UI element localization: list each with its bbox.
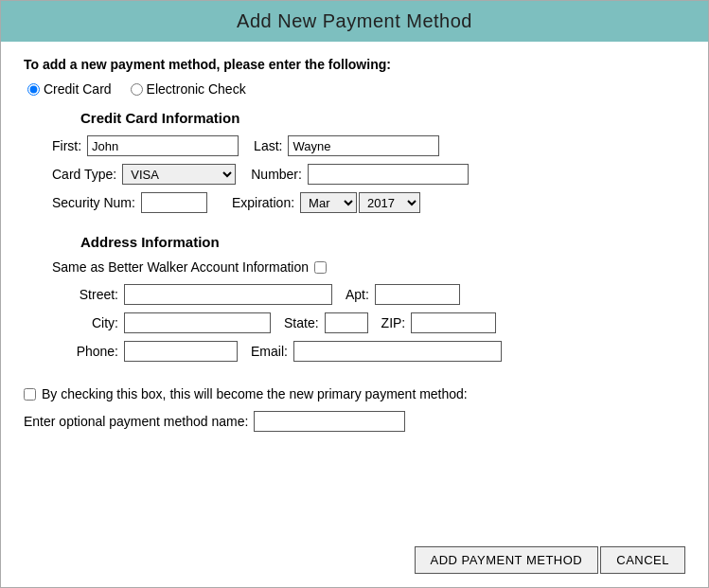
same-as-checkbox[interactable]: [314, 261, 327, 274]
card-type-select[interactable]: VISA Mastercard Discover Amex: [122, 164, 236, 185]
title-text: Add New Payment Method: [237, 10, 472, 31]
street-row: Street: Apt:: [52, 284, 685, 305]
apt-input[interactable]: [375, 284, 460, 305]
apt-label: Apt:: [346, 287, 369, 302]
electronic-check-option[interactable]: Electronic Check: [131, 81, 246, 97]
card-type-label: Card Type:: [52, 167, 116, 182]
first-input[interactable]: [87, 135, 239, 156]
cancel-button[interactable]: CANCEL: [600, 546, 685, 574]
phone-label: Phone:: [52, 344, 118, 359]
name-row: First: Last:: [52, 135, 685, 156]
state-label: State:: [284, 315, 319, 330]
optional-name-row: Enter optional payment method name:: [24, 411, 685, 432]
address-section-title: Address Information: [80, 234, 685, 250]
credit-card-label: Credit Card: [44, 81, 112, 97]
phone-email-row: Phone: Email:: [52, 341, 685, 362]
credit-card-radio[interactable]: [27, 83, 40, 96]
same-as-label: Same as Better Walker Account Informatio…: [52, 259, 309, 275]
primary-payment-row: By checking this box, this will become t…: [24, 386, 685, 401]
intro-text: To add a new payment method, please ente…: [24, 57, 685, 72]
card-number-input[interactable]: [308, 164, 469, 185]
optional-name-input[interactable]: [254, 411, 405, 432]
state-input[interactable]: [325, 312, 368, 333]
footer: ADD PAYMENT METHOD CANCEL: [1, 537, 708, 587]
primary-payment-label: By checking this box, this will become t…: [42, 386, 468, 401]
expiration-year-select[interactable]: 2015201620172018 2019202020212022 202320…: [359, 192, 420, 213]
email-label: Email:: [251, 344, 288, 359]
optional-name-label: Enter optional payment method name:: [24, 414, 248, 429]
payment-type-row: Credit Card Electronic Check: [27, 81, 685, 97]
primary-payment-checkbox[interactable]: [24, 388, 36, 401]
last-label: Last:: [254, 138, 282, 153]
credit-card-section: Credit Card Information First: Last: Car…: [52, 110, 685, 221]
city-input[interactable]: [124, 312, 271, 333]
city-state-zip-row: City: State: ZIP:: [52, 312, 685, 333]
add-payment-button[interactable]: ADD PAYMENT METHOD: [415, 546, 599, 574]
expiration-group: JanFebMarApr MayJunJulAug SepOctNovDec 2…: [300, 192, 420, 213]
same-as-row: Same as Better Walker Account Informatio…: [52, 259, 685, 275]
credit-card-section-title: Credit Card Information: [80, 110, 685, 126]
street-input[interactable]: [124, 284, 332, 305]
street-label: Street:: [52, 287, 118, 302]
phone-input[interactable]: [124, 341, 238, 362]
expiration-label: Expiration:: [232, 195, 294, 210]
email-input[interactable]: [293, 341, 502, 362]
electronic-check-label: Electronic Check: [147, 81, 246, 97]
zip-label: ZIP:: [381, 315, 406, 330]
first-label: First:: [52, 138, 81, 153]
security-expiration-row: Security Num: Expiration: JanFebMarApr M…: [52, 192, 685, 213]
last-input[interactable]: [288, 135, 439, 156]
number-label: Number:: [251, 167, 302, 182]
city-label: City:: [52, 315, 118, 330]
security-num-label: Security Num:: [52, 195, 135, 210]
security-num-input[interactable]: [141, 192, 207, 213]
address-section: Address Information Same as Better Walke…: [52, 234, 685, 369]
credit-card-option[interactable]: Credit Card: [27, 81, 112, 97]
zip-input[interactable]: [411, 312, 496, 333]
electronic-check-radio[interactable]: [131, 83, 143, 96]
card-type-row: Card Type: VISA Mastercard Discover Amex…: [52, 164, 685, 185]
dialog-title: Add New Payment Method: [1, 1, 708, 42]
expiration-month-select[interactable]: JanFebMarApr MayJunJulAug SepOctNovDec: [300, 192, 357, 213]
